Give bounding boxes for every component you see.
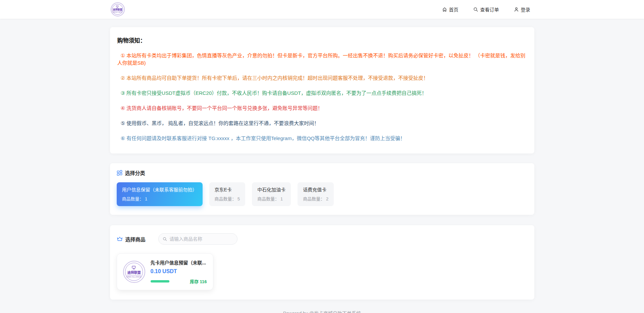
nav-item-label: 首页 — [449, 6, 459, 13]
stock-value: 116 — [200, 279, 207, 284]
category-name: 中石化加油卡 — [257, 186, 285, 193]
category-name: 京东E卡 — [215, 186, 240, 193]
category-name: 话费充值卡 — [303, 186, 328, 193]
nav-item-orders[interactable]: 查看订单 — [473, 6, 499, 13]
header: 迪拜联盟 DIBAI ALLIANCE 首页 查看订单 — [0, 0, 644, 19]
nav-item-label: 登录 — [521, 6, 530, 13]
main-nav: 首页 查看订单 登录 — [442, 6, 530, 13]
category-count: 商品数量： 2 — [303, 195, 328, 202]
product-logo-inner: 迪拜联盟 DIBAI ALLIANCE — [125, 263, 143, 280]
notice-line-2: ② 本站所有商品均可自助下单提货！所有卡密下单后，请在三小时内之内核销完成！超时… — [117, 74, 527, 82]
brand-subtitle: DIBAI ALLIANCE — [127, 275, 142, 278]
category-count: 商品数量： 5 — [215, 195, 240, 202]
product-list: 迪拜联盟 DIBAI ALLIANCE 先卡用户信息预留（未联... 0.10 … — [117, 253, 528, 290]
product-section-header: 选择商品 — [117, 233, 528, 245]
stock-bar — [151, 280, 169, 283]
product-section-title-wrap: 选择商品 — [117, 236, 146, 243]
footer-text: Powered by @发卡商城自助下单系统 — [0, 310, 644, 313]
category-list: 用户信息保留（未联系客服前勿拍） 商品数量： 1 京东E卡 商品数量： 5 中石… — [117, 182, 528, 206]
product-meta: 库存 116 — [151, 278, 207, 285]
brand-name: 迪拜联盟 — [127, 270, 141, 275]
crown-icon — [117, 236, 123, 242]
category-section-title: 选择分类 — [125, 169, 145, 176]
monitor-icon — [132, 266, 137, 269]
category-card-phone-topup[interactable]: 话费充值卡 商品数量： 2 — [298, 182, 334, 206]
product-logo: 迪拜联盟 DIBAI ALLIANCE — [123, 261, 145, 283]
notice-line-6: ⑥ 有任何问题请及时联系客服进行对接 TG:xxxxx ，本工作室只使用Tele… — [117, 135, 527, 142]
category-card-jd-ecard[interactable]: 京东E卡 商品数量： 5 — [209, 182, 246, 206]
notice-line-5: ⑤ 使用假币、黑币， 捣乱者，自觉滚远点！你的套路在这里行不通，不要浪费大家时间… — [117, 120, 527, 127]
brand-name: 迪拜联盟 — [113, 8, 122, 11]
product-name: 先卡用户信息预留（未联... — [151, 259, 207, 266]
brand-logo-inner: 迪拜联盟 DIBAI ALLIANCE — [112, 4, 123, 15]
notice-title: 购物须知： — [117, 36, 527, 44]
nav-item-home[interactable]: 首页 — [442, 6, 459, 13]
category-count: 商品数量： 1 — [257, 195, 285, 202]
grid-icon — [117, 170, 122, 176]
search-icon — [163, 237, 167, 242]
footer: Powered by @发卡商城自助下单系统 — [0, 310, 644, 313]
product-card[interactable]: 迪拜联盟 DIBAI ALLIANCE 先卡用户信息预留（未联... 0.10 … — [117, 253, 213, 290]
notice-line-4: ④ 洗货商人请自备核销账号，不要同一个平台同一个账号兑换多张，避免账号异常等问题… — [117, 105, 527, 112]
category-count: 商品数量： 1 — [122, 195, 197, 202]
category-card-user-info[interactable]: 用户信息保留（未联系客服前勿拍） 商品数量： 1 — [117, 182, 203, 206]
nav-item-login[interactable]: 登录 — [514, 6, 530, 13]
notice-line-1: ① 本站所有卡类均出于博彩集团，色情直播等灰色产业，介意的勿拍！但卡是新卡，官方… — [117, 52, 527, 67]
home-icon — [442, 7, 447, 12]
search-icon — [473, 7, 478, 12]
brand-subtitle: DIBAI ALLIANCE — [113, 11, 122, 13]
product-search-input[interactable] — [169, 236, 233, 242]
category-name: 用户信息保留（未联系客服前勿拍） — [122, 186, 197, 193]
monitor-icon — [116, 5, 119, 8]
nav-item-label: 查看订单 — [480, 6, 499, 13]
stock-label: 库存 — [190, 279, 199, 284]
notice-line-3: ③ 所有卡密只接受USDT虚拟币（ERC20）付款，不收人民币！购卡请自备USD… — [117, 89, 527, 97]
product-price: 0.10 USDT — [151, 268, 207, 274]
stock-text: 库存 116 — [190, 278, 207, 285]
product-section-title: 选择商品 — [125, 236, 146, 243]
notice-card: 购物须知： ① 本站所有卡类均出于博彩集团，色情直播等灰色产业，介意的勿拍！但卡… — [110, 27, 534, 153]
product-section: 选择商品 迪拜联盟 DIB — [110, 225, 534, 300]
brand-logo[interactable]: 迪拜联盟 DIBAI ALLIANCE — [111, 2, 125, 16]
product-search — [158, 233, 237, 245]
user-icon — [514, 7, 519, 12]
category-card-sinopec-fuel[interactable]: 中石化加油卡 商品数量： 1 — [252, 182, 291, 206]
main-content: 购物须知： ① 本站所有卡类均出于博彩集团，色情直播等灰色产业，介意的勿拍！但卡… — [110, 27, 534, 300]
category-section: 选择分类 用户信息保留（未联系客服前勿拍） 商品数量： 1 京东E卡 商品数量：… — [110, 163, 534, 215]
product-info: 先卡用户信息预留（未联... 0.10 USDT 库存 116 — [151, 259, 207, 285]
category-section-header: 选择分类 — [117, 169, 528, 176]
